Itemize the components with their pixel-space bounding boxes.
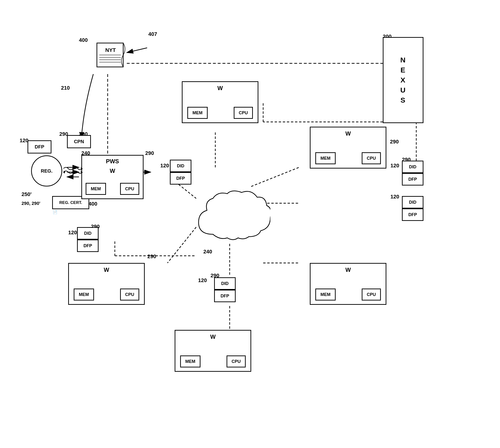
ws-top-center: W MEM CPU	[182, 81, 258, 123]
nexus-box: NEXUS	[383, 37, 423, 123]
cpu-bot-bottom: CPU	[227, 355, 246, 368]
svg-text:NYT: NYT	[105, 47, 116, 53]
label-120-bot-center: 120	[198, 277, 207, 284]
cpu-right-top: CPU	[362, 152, 381, 164]
label-210: 210	[61, 85, 70, 91]
dfp-bot-center: DFP	[214, 290, 236, 302]
did-right-2: DID	[402, 196, 423, 208]
label-290-bot-left: 290	[147, 253, 156, 260]
ws-right-top: W MEM CPU	[310, 127, 386, 169]
label-407: 407	[148, 31, 157, 37]
mem-top-center: MEM	[187, 107, 208, 119]
cpu-pws: CPU	[120, 183, 139, 195]
nyt-document: NYT	[92, 39, 127, 72]
did-left-mid: DID	[77, 227, 99, 240]
did-right-1: DID	[402, 161, 423, 173]
label-290-right-top: 290	[390, 139, 399, 145]
svg-line-12	[251, 167, 299, 187]
did-pws: DID	[170, 160, 191, 172]
dfp-left-mid: DFP	[77, 240, 99, 252]
cpu-top-center: CPU	[234, 107, 253, 119]
cpn-box: CPN	[67, 135, 91, 148]
svg-line-5	[127, 48, 147, 53]
did-bot-center: DID	[214, 277, 236, 290]
pws-box: PWS W MEM CPU	[81, 155, 144, 199]
dfp-pws: DFP	[170, 172, 191, 185]
cloud-network	[194, 187, 270, 249]
reg-circle: REG.	[31, 155, 62, 187]
mem-pws: MEM	[86, 183, 106, 195]
mem-right-bot: MEM	[315, 288, 336, 301]
label-120-left-mid: 120	[68, 229, 77, 236]
dfp-right-2: DFP	[402, 208, 423, 221]
ws-right-bot: W MEM CPU	[310, 263, 386, 305]
label-120-did-pws: 120	[160, 162, 169, 169]
label-120-right-did1: 120	[390, 162, 399, 169]
mem-bot-bottom: MEM	[180, 355, 200, 368]
ws-bot-bottom: W MEM CPU	[175, 330, 251, 372]
cpu-right-bot: CPU	[362, 288, 381, 301]
dfp-top-left: DFP	[28, 140, 51, 154]
label-120-left: 120	[20, 137, 29, 144]
ws-bot-left: W MEM CPU	[68, 263, 145, 305]
label-240-cloud: 240	[203, 249, 212, 255]
dfp-right-1: DFP	[402, 173, 423, 186]
svg-line-13	[167, 227, 196, 263]
mem-right-top: MEM	[315, 152, 336, 164]
label-120-right-did2: 120	[390, 194, 399, 200]
label-290-right-pws: 290	[145, 150, 154, 156]
label-250prime: 250'	[21, 191, 32, 197]
mem-bot-left: MEM	[74, 288, 94, 301]
label-400-top: 400	[79, 37, 88, 43]
cpu-bot-left: CPU	[120, 288, 139, 301]
label-400-pws: 400	[88, 201, 97, 207]
label-290-290prime: 290, 290'	[21, 201, 40, 206]
